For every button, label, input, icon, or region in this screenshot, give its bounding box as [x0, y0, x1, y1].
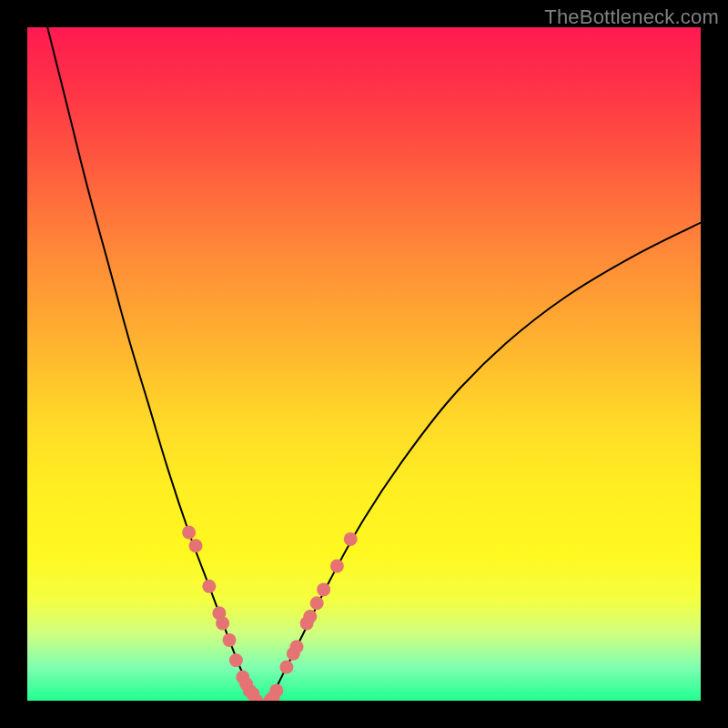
data-markers — [182, 526, 358, 702]
data-marker — [269, 683, 283, 697]
data-marker — [189, 539, 203, 552]
data-marker — [279, 661, 293, 674]
data-marker — [290, 640, 304, 653]
curve-left — [47, 27, 256, 701]
chart-svg — [27, 27, 701, 701]
curve-right — [269, 223, 701, 701]
data-marker — [303, 610, 317, 623]
data-marker — [216, 616, 229, 630]
watermark-text: TheBottleneck.com — [544, 5, 719, 29]
chart-plot-area — [27, 27, 701, 701]
data-marker — [344, 532, 358, 546]
data-marker — [223, 633, 237, 647]
data-marker — [310, 596, 324, 610]
data-marker — [182, 526, 196, 540]
data-marker — [202, 580, 216, 593]
data-marker — [317, 582, 330, 596]
data-marker — [229, 653, 243, 667]
data-marker — [330, 560, 344, 573]
